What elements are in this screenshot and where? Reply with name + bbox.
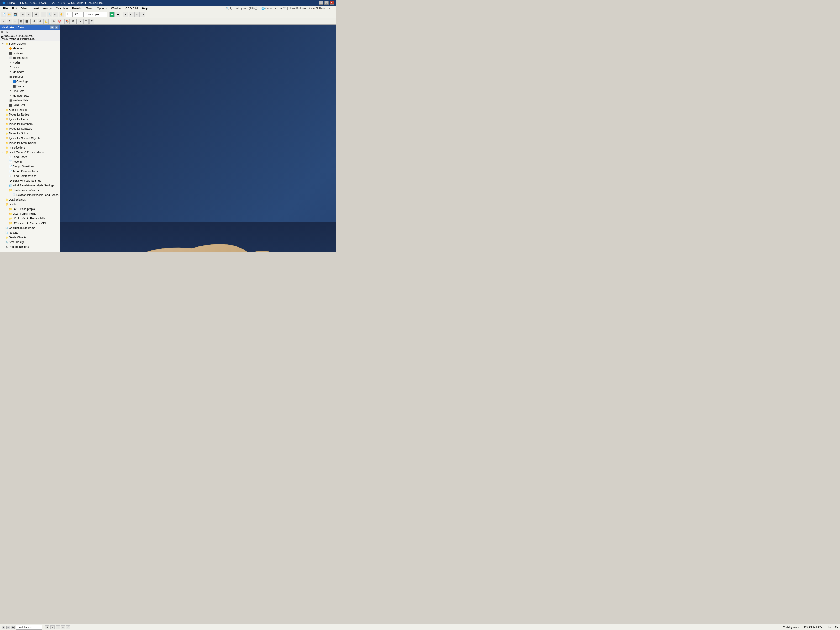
zoom-btn[interactable]: 🔍: [47, 12, 52, 17]
menu-assign[interactable]: Assign: [41, 6, 54, 11]
search-box[interactable]: 🔍 Type a keyword (Alt+Q): [224, 7, 259, 10]
tree-item-types-members[interactable]: 📁 Types for Members: [0, 122, 60, 126]
tree-item-guide-objects[interactable]: 📁 Guide Objects: [0, 235, 60, 240]
view-xy-btn[interactable]: XY: [129, 12, 134, 17]
tree-item-imperfections[interactable]: 📁 Imperfections: [0, 145, 60, 150]
lc-type-dropdown[interactable]: D: [66, 12, 72, 17]
tree-item-basic-objects[interactable]: ▾ 📁 Basic Objects: [0, 41, 60, 46]
tree-item-sections[interactable]: ⬛ Sections: [0, 51, 60, 55]
node-btn[interactable]: ·: [1, 19, 6, 24]
maximize-button[interactable]: □: [324, 1, 328, 5]
run-btn[interactable]: ▶: [109, 12, 115, 17]
menu-window[interactable]: Window: [109, 6, 123, 11]
view3d-btn[interactable]: 3D: [123, 12, 128, 17]
measure-btn[interactable]: 📐: [43, 19, 49, 24]
close-button[interactable]: ✕: [330, 1, 334, 5]
new-btn[interactable]: 📄: [1, 12, 6, 17]
window-controls[interactable]: ─ □ ✕: [319, 1, 334, 5]
y-btn[interactable]: Y: [84, 19, 89, 24]
solid-btn[interactable]: ⬛: [24, 19, 29, 24]
tree-item-load-cases[interactable]: 📄 Load Cases: [0, 155, 60, 159]
tree-expand-member-sets: [5, 94, 8, 97]
menu-edit[interactable]: Edit: [10, 6, 19, 11]
menu-cad-bim[interactable]: CAD-BIM: [123, 6, 140, 11]
menu-calculate[interactable]: Calculate: [54, 6, 70, 11]
tree-item-lc1[interactable]: 📁 LC1 - Peso propio: [0, 207, 60, 211]
save-btn[interactable]: 💾: [13, 12, 18, 17]
lc-number-dropdown[interactable]: LC1: [73, 12, 83, 17]
tree-item-member-sets[interactable]: / Member Sets: [0, 93, 60, 98]
tree-item-load-cases-combinations[interactable]: ▾ 📁 Load Cases & Combinations: [0, 150, 60, 155]
line-btn[interactable]: /: [7, 19, 12, 24]
open-btn[interactable]: 📂: [7, 12, 12, 17]
tree-item-action-combinations[interactable]: 📄 Action Combinations: [0, 169, 60, 174]
nav-dock-btn[interactable]: ⊡: [50, 25, 54, 29]
rotate-btn[interactable]: ⟳: [53, 12, 58, 17]
tree-item-printout-reports[interactable]: 🖨 Printout Reports: [0, 245, 60, 249]
tree-item-types-surfaces[interactable]: 📁 Types for Surfaces: [0, 126, 60, 131]
hide-btn[interactable]: 🚫: [57, 19, 62, 24]
tree-item-types-special[interactable]: 📁 Types for Special Objects: [0, 136, 60, 141]
snap-btn[interactable]: ⊕: [32, 19, 37, 24]
nav-close-btn[interactable]: ✕: [54, 25, 58, 29]
redo-btn[interactable]: ↪: [26, 12, 31, 17]
title-bar-left: 🔷 Dlubal RFEM 6.07.0008 | WAGG-CARP-ES01…: [2, 1, 103, 5]
tree-item-combination-wizards[interactable]: 📁 Combination Wizards: [0, 188, 60, 193]
surface-btn[interactable]: ▦: [18, 19, 24, 24]
tree-item-load-combinations[interactable]: 📄 Load Combinations: [0, 174, 60, 178]
wire-btn[interactable]: 🕸: [70, 19, 75, 24]
minimize-button[interactable]: ─: [319, 1, 324, 5]
grid-btn[interactable]: #: [38, 19, 43, 24]
tree-item-surface-sets[interactable]: ▦ Surface Sets: [0, 98, 60, 103]
lc-name-dropdown[interactable]: Peso propio: [84, 12, 107, 17]
tree-item-types-lines[interactable]: 📁 Types for Lines: [0, 117, 60, 122]
menu-options[interactable]: Options: [95, 6, 109, 11]
member-btn[interactable]: ═: [13, 19, 18, 24]
menu-help[interactable]: Help: [140, 6, 150, 11]
tree-item-lc12[interactable]: 📁 LC12 - Viento Succion MIN: [0, 221, 60, 226]
tree-item-load-wizards[interactable]: 📁 Load Wizards: [0, 197, 60, 202]
menu-view[interactable]: View: [19, 6, 30, 11]
tree-item-types-solids[interactable]: 📁 Types for Solids: [0, 131, 60, 136]
tree-item-calculation-diagrams[interactable]: 📊 Calculation Diagrams: [0, 226, 60, 230]
menu-insert[interactable]: Insert: [29, 6, 41, 11]
tree-item-materials[interactable]: 🔶 Materials: [0, 46, 60, 51]
menu-file[interactable]: File: [1, 6, 10, 11]
x-btn[interactable]: X: [78, 19, 83, 24]
select-btn[interactable]: ↖: [41, 12, 46, 17]
tree-item-wind-simulation[interactable]: 💨 Wind Simulation Analysis Settings: [0, 183, 60, 188]
tree-item-solid-sets[interactable]: ⬛ Solid Sets: [0, 103, 60, 107]
tree-item-solids[interactable]: ⬛ Solids: [0, 84, 60, 88]
menu-tools[interactable]: Tools: [84, 6, 95, 11]
tree-item-special-objects[interactable]: 📁 Special Objects: [0, 107, 60, 112]
tree-item-relationship-load-cases[interactable]: 📄 Relationship Between Load Cases: [0, 193, 60, 197]
print-btn[interactable]: 🖨: [33, 12, 39, 17]
tree-item-lc11[interactable]: 📁 LC11 - Viento Presion MIN: [0, 216, 60, 221]
view-xz-btn[interactable]: XZ: [134, 12, 140, 17]
pan-btn[interactable]: ✋: [58, 12, 64, 17]
render-btn[interactable]: 🎨: [64, 19, 69, 24]
tree-item-thicknesses[interactable]: ⬜ Thicknesses: [0, 55, 60, 60]
tree-item-lines[interactable]: / Lines: [0, 65, 60, 69]
tree-item-loads[interactable]: ▾ 📁 Loads: [0, 202, 60, 207]
tree-item-lc2[interactable]: 📁 LC2 - Form Finding: [0, 211, 60, 216]
undo-btn[interactable]: ↩: [20, 12, 25, 17]
tree-item-types-nodes[interactable]: 📁 Types for Nodes: [0, 112, 60, 117]
view-yz-btn[interactable]: YZ: [140, 12, 145, 17]
tree-item-surfaces[interactable]: ▦ Surfaces: [0, 74, 60, 79]
tree-item-steel-design[interactable]: 🔩 Steel Design: [0, 240, 60, 245]
tree-item-nodes[interactable]: · Nodes: [0, 60, 60, 65]
tree-item-openings[interactable]: 🟦 Openings: [0, 79, 60, 84]
stop-btn[interactable]: ⏹: [115, 12, 120, 17]
tree-item-static-analysis[interactable]: ⚙ Static Analysis Settings: [0, 178, 60, 183]
tree-item-members[interactable]: / Members: [0, 69, 60, 74]
3d-viewport[interactable]: [60, 25, 336, 252]
tree-item-design-situations[interactable]: 📄 Design Situations: [0, 164, 60, 169]
tree-item-results[interactable]: 📊 Results: [0, 230, 60, 235]
show-all-btn[interactable]: 👁: [51, 19, 56, 24]
tree-item-actions[interactable]: 📄 Actions: [0, 159, 60, 164]
z-btn[interactable]: Z: [89, 19, 95, 24]
menu-results[interactable]: Results: [70, 6, 84, 11]
tree-item-types-steel[interactable]: 📁 Types for Steel Design: [0, 141, 60, 145]
tree-item-line-sets[interactable]: / Line Sets: [0, 88, 60, 93]
